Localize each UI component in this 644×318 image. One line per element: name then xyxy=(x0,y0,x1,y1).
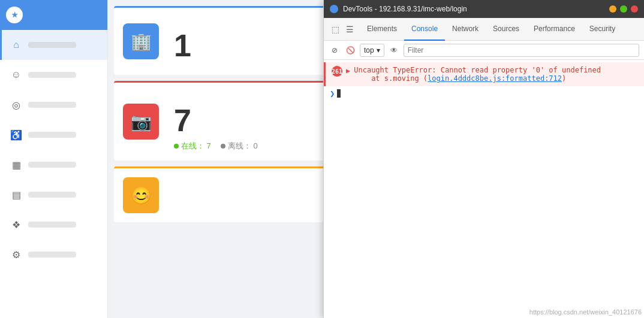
maximize-button[interactable] xyxy=(620,5,627,13)
card-icon-area-face: 😊 xyxy=(114,168,168,222)
sidebar-item-camera[interactable]: ◎ xyxy=(0,90,107,120)
device-icon[interactable]: ☰ xyxy=(343,23,356,36)
sidebar-item-label-user xyxy=(28,72,76,78)
error-source-link[interactable]: login.4dddc8be.js:formatted:712 xyxy=(428,74,562,83)
home-icon: ⌂ xyxy=(10,39,22,51)
sidebar-item-label-stats xyxy=(28,162,76,168)
chrome-favicon-icon xyxy=(330,5,338,13)
toolbar-icons: ⬚ ☰ xyxy=(329,23,356,36)
sidebar-item-label-apps xyxy=(28,222,76,228)
sidebar-item-stats[interactable]: ▦ xyxy=(0,150,107,180)
stat-online-camera: 在线： 7 xyxy=(174,141,211,152)
apps-icon: ❖ xyxy=(10,219,22,231)
sidebar-item-label-camera xyxy=(28,102,76,108)
tab-network[interactable]: Network xyxy=(445,18,486,41)
filter-input[interactable] xyxy=(404,44,639,57)
sidebar-item-apps[interactable]: ❖ xyxy=(0,210,107,240)
card-icon-box-camera: 📷 xyxy=(123,104,159,140)
devtools-tabs: ElementsConsoleNetworkSourcesPerformance… xyxy=(360,18,639,41)
sidebar: ★ ⌂ ☺ ◎ ♿ ▦ ▤ ❖ ⚙ xyxy=(0,0,108,318)
settings-icon: ⚙ xyxy=(10,249,22,261)
office-card-icon: 🏢 xyxy=(131,32,152,52)
tab-sources[interactable]: Sources xyxy=(486,18,526,41)
window-controls xyxy=(609,5,638,13)
devtools-toolbar: ⬚ ☰ ElementsConsoleNetworkSourcesPerform… xyxy=(324,18,644,41)
devtools-console: 261 ▶ Uncaught TypeError: Cannot read pr… xyxy=(324,60,644,318)
camera-icon: ◎ xyxy=(10,99,22,111)
error-message-block: Uncaught TypeError: Cannot read property… xyxy=(354,66,638,83)
card-icon-area-office: 🏢 xyxy=(114,8,168,75)
sidebar-item-settings[interactable]: ⚙ xyxy=(0,240,107,269)
tab-performance[interactable]: Performance xyxy=(526,18,582,41)
sidebar-item-label-settings xyxy=(28,252,76,258)
card-icon-box-face: 😊 xyxy=(123,177,159,213)
stat-offline-camera: 离线： 0 xyxy=(221,141,258,152)
console-prompt-line: ❯ xyxy=(324,86,644,101)
sidebar-item-label-home xyxy=(28,42,76,48)
context-selector[interactable]: top ▾ xyxy=(360,44,384,57)
watermark: https://blog.csdn.net/weixin_40121676 xyxy=(529,308,642,316)
eye-icon[interactable]: 👁 xyxy=(388,44,400,56)
devtools-panel: DevTools - 192.168.9.31/imc-web/login ⬚ … xyxy=(323,0,644,318)
sidebar-item-label-visitor xyxy=(28,132,76,138)
error-stack-post: ) xyxy=(562,74,566,83)
main-content: 🏢 办公地点 1 📷 摄像头总数 7 xyxy=(108,0,644,318)
error-triangle-icon: ▶ xyxy=(346,66,350,75)
error-message: Uncaught TypeError: Cannot read property… xyxy=(354,66,601,74)
prompt-arrow-icon: ❯ xyxy=(330,89,335,98)
sidebar-item-gallery[interactable]: ▤ xyxy=(0,180,107,210)
sidebar-header: ★ xyxy=(0,0,107,30)
face-card-icon: 😊 xyxy=(131,186,152,205)
user-icon: ☺ xyxy=(10,69,22,81)
error-line-number: 261 xyxy=(332,66,342,77)
context-value: top xyxy=(364,46,374,54)
minimize-button[interactable] xyxy=(609,5,616,13)
card-icon-area-camera: 📷 xyxy=(114,83,168,160)
console-error: 261 ▶ Uncaught TypeError: Cannot read pr… xyxy=(324,62,644,86)
stats-icon: ▦ xyxy=(10,159,22,171)
clear-console-icon[interactable]: 🚫 xyxy=(344,44,356,56)
devtools-titlebar: DevTools - 192.168.9.31/imc-web/login xyxy=(324,0,644,18)
devtools-subbar: ⊘ 🚫 top ▾ 👁 xyxy=(324,41,644,60)
tab-security[interactable]: Security xyxy=(582,18,622,41)
offline-dot-icon xyxy=(221,144,225,149)
sidebar-logo: ★ xyxy=(6,7,23,23)
sidebar-item-visitor[interactable]: ♿ xyxy=(0,120,107,150)
camera-card-icon: 📷 xyxy=(131,112,152,132)
gallery-icon: ▤ xyxy=(10,189,22,201)
tab-console[interactable]: Console xyxy=(404,18,445,41)
tab-elements[interactable]: Elements xyxy=(360,18,404,41)
cursor-blink xyxy=(337,89,341,98)
error-stack-pre: at s.moving ( xyxy=(371,74,428,83)
close-button[interactable] xyxy=(631,5,638,13)
inspect-icon[interactable]: ⬚ xyxy=(329,23,342,36)
sidebar-item-label-gallery xyxy=(28,192,76,198)
online-dot-icon xyxy=(174,144,179,149)
card-icon-box-office: 🏢 xyxy=(123,23,159,59)
visitor-icon: ♿ xyxy=(10,129,22,141)
stop-icon[interactable]: ⊘ xyxy=(329,44,341,56)
sidebar-item-user[interactable]: ☺ xyxy=(0,60,107,90)
sidebar-item-home[interactable]: ⌂ xyxy=(0,30,107,60)
chevron-down-icon: ▾ xyxy=(377,46,380,54)
sidebar-nav: ⌂ ☺ ◎ ♿ ▦ ▤ ❖ ⚙ xyxy=(0,30,107,318)
devtools-title-text: DevTools - 192.168.9.31/imc-web/login xyxy=(343,5,467,13)
